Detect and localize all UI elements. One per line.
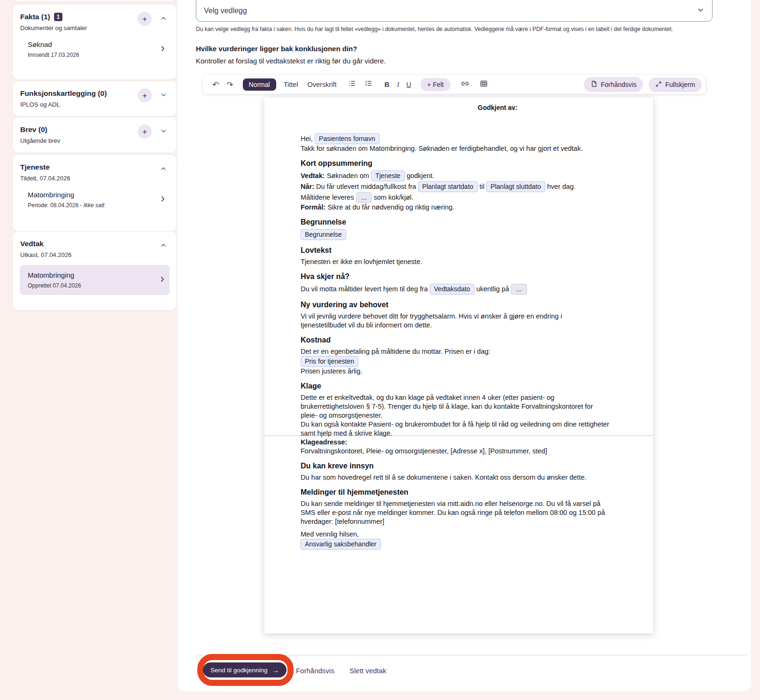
editor-toolbar: ↶ ↷ Normal Tittel Overskrift B I U + Fel… [203,75,706,94]
field-chip-pris-for-tjenesten[interactable]: Pris for tjenesten [301,356,358,367]
link-button[interactable] [459,78,471,91]
vedtak-item-matombringing[interactable]: Matombringing Opprettet 07.04.2026 [20,265,170,295]
field-chip-tjeneste[interactable]: Tjeneste [371,171,405,181]
klageadresse-line: Forvaltningskontoret, Pleie- og omsorgst… [301,447,609,456]
chevron-right-icon [159,276,166,285]
underline-button[interactable]: U [406,81,411,88]
fakta-count-badge: 1 [54,13,62,21]
delete-decision-link[interactable]: Slett vedtak [349,667,386,675]
approved-by-label: Godkjent av: [478,104,518,111]
tjeneste-card: Tjeneste Tildelt, 07.04.2026 Matombringi… [13,155,177,231]
add-brev-button[interactable]: + [138,124,152,139]
nar-mid: til [480,183,484,190]
tjeneste-item-matombringing[interactable]: Matombringing Periode: 08.04.2026 - Ikke… [20,191,169,209]
field-chip-vedtaksdato[interactable]: Vedtaksdato [430,284,474,295]
numbered-list-icon [364,79,372,90]
table-icon [480,79,488,90]
summary-nar-line: Når: Du får utlevert middag/fullkost fra… [301,181,609,192]
field-chip-ellipsis[interactable]: ... [511,284,527,295]
fakta-item-meta: Innsendt 17.03.2026 [28,52,79,58]
fakta-card: Fakta (1) 1 Dokumenter og samtaler + Søk… [13,5,177,79]
fakta-item-texts: Søknad Innsendt 17.03.2026 [28,40,79,58]
style-normal-button[interactable]: Normal [243,78,276,91]
funksjonskartlegging-header: Funksjonskartlegging (0) IPLOS og ADL + [20,89,169,108]
greeting-line: Hei, Pasientens fornavn [301,133,609,144]
expand-brev-button[interactable] [158,125,169,138]
undo-button[interactable]: ↶ [210,80,221,90]
preview-link[interactable]: Forhåndsvis [296,667,334,675]
maltid-post: som kok/kjøl. [373,194,413,201]
tjeneste-title: Tjeneste [20,163,70,171]
tjeneste-item-texts: Matombringing Periode: 08.04.2026 - Ikke… [28,191,104,209]
add-fakta-button[interactable]: + [138,12,152,26]
tjeneste-titles: Tjeneste Tildelt, 07.04.2026 [20,163,70,182]
collapse-tjeneste-button[interactable] [158,163,169,176]
tjeneste-item-meta-italic: Ikke satt [84,202,105,209]
heading-meldinger: Meldinger til hjemmetjenesten [301,488,609,497]
klageadresse-label: Klageadresse: [301,438,609,447]
vedtak-card: Vedtak Utkast, 07.04.2026 Matombringing … [13,232,177,310]
klageadresse-bold: Klageadresse: [301,438,347,446]
field-chip-pasientens-fornavn[interactable]: Pasientens fornavn [315,133,380,144]
klage-paragraph-2: Du kan også kontakte Pasient- og brukero… [301,420,609,438]
style-tittel-button[interactable]: Tittel [284,81,298,88]
fakta-card-title: Fakta (1) 1 [20,13,87,21]
brev-header: Brev (0) Utgående brev + [20,125,169,144]
fakta-card-subtitle: Dokumenter og samtaler [20,24,87,31]
send-for-approval-button[interactable]: Send til godkjenning → [203,662,287,677]
hva-skjer-line: Du vil motta måltider levert hjem til de… [301,284,609,295]
hva-skjer-mid: ukentlig på [476,285,509,293]
summary-maltid-line: Måltidene leveres ... som kok/kjøl. [301,192,609,203]
insert-field-button[interactable]: + Felt [420,78,450,91]
vedtak-titles: Vedtak Utkast, 07.04.2026 [20,240,71,258]
ny-vurdering-text: Vi vil jevnlig vurdere behovet ditt for … [301,312,609,330]
greeting-prefix: Hei, [301,135,313,142]
bullet-list-button[interactable] [346,78,358,91]
closing-chip-line: Ansvarlig saksbehandler [301,539,609,550]
heading-klage: Klage [301,381,609,390]
add-funksjonskartlegging-button[interactable]: + [138,88,152,102]
document-body: Hei, Pasientens fornavn Takk for søknade… [301,133,609,550]
field-chip-ellipsis[interactable]: ... [356,192,372,203]
vedtak-item-title: Matombringing [28,271,81,279]
closing-line: Med vennlig hilsen, [301,530,609,539]
klage-paragraph-1: Dette er et enkeltvedtak, og du kan klag… [301,393,609,420]
style-overskrift-button[interactable]: Overskrift [308,81,337,88]
field-chip-planlagt-sluttdato[interactable]: Planlagt sluttdato [486,181,545,192]
review-subheading: Kontroller at forslag til vedtakstekst e… [196,57,386,65]
brev-card: Brev (0) Utgående brev + [13,117,177,153]
arrow-right-icon: → [272,666,279,674]
field-chip-begrunnelse[interactable]: Begrunnelse [301,229,346,240]
field-chip-planlagt-startdato[interactable]: Planlagt startdato [418,181,478,192]
document-page[interactable]: Godkjent av: Hei, Pasientens fornavn Tak… [264,98,653,633]
bold-button[interactable]: B [385,81,389,88]
nar-post: hver dag. [547,183,575,190]
tjeneste-item-meta-prefix: Periode: 08.04.2026 - [28,202,84,209]
expand-funksjonskartlegging-button[interactable] [158,89,169,102]
fullscreen-button[interactable]: Fullskjerm [649,78,702,92]
funksjonskartlegging-subtitle: IPLOS og ADL [20,101,107,108]
fakta-item-soknad[interactable]: Søknad Innsendt 17.03.2026 [20,40,169,58]
heading-lovtekst: Lovtekst [301,246,609,255]
sidebar: Fakta (1) 1 Dokumenter og samtaler + Søk… [13,0,177,700]
fakta-card-titles: Fakta (1) 1 Dokumenter og samtaler [20,13,87,31]
lovtekst-line: Tjenesten er ikke en lovhjemlet tjeneste… [301,257,609,266]
heading-innsyn: Du kan kreve innsyn [301,461,609,470]
redo-button[interactable]: ↷ [225,80,235,90]
collapse-fakta-button[interactable] [158,13,169,25]
fakta-card-actions: + [138,12,169,26]
numbered-list-button[interactable] [363,78,374,91]
formal-text: Sikre at du får nødvendig og riktig næri… [327,203,454,211]
summary-vedtak-line: Vedtak: Søknaden om Tjeneste godkjent. [301,171,609,181]
italic-button[interactable]: I [397,81,399,89]
collapse-vedtak-button[interactable] [158,240,169,252]
preview-toolbar-button[interactable]: Forhåndsvis [584,77,643,92]
attachment-select[interactable]: Velg vedlegg [196,0,713,22]
field-chip-ansvarlig-saksbehandler[interactable]: Ansvarlig saksbehandler [301,539,381,550]
preview-toolbar-label: Forhåndsvis [601,81,636,88]
fakta-item-title: Søknad [28,40,79,48]
attachment-select-value: Velg vedlegg [204,7,247,15]
fullscreen-label: Fullskjerm [665,81,695,88]
funksjonskartlegging-title: Funksjonskartlegging (0) [20,89,107,98]
table-button[interactable] [478,78,490,91]
